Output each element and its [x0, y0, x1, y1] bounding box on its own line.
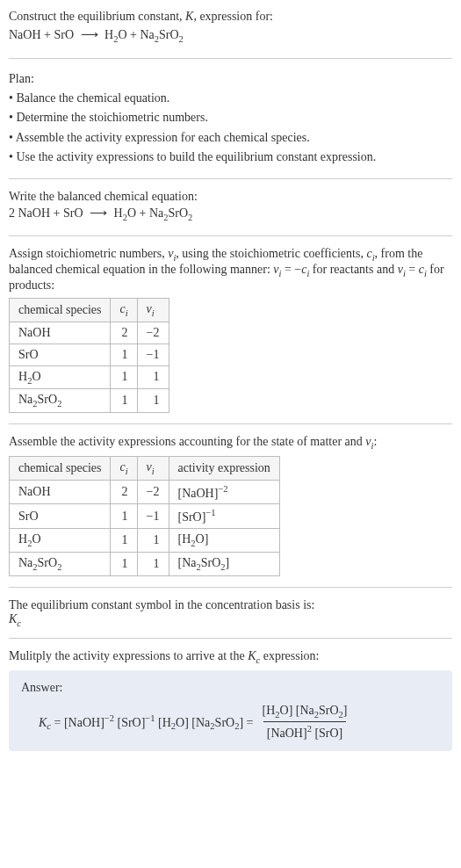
sup: −2 — [218, 484, 227, 494]
cell-nui: −1 — [137, 344, 169, 365]
sp: Na — [18, 393, 32, 406]
activity-text: Assemble the activity expressions accoun… — [9, 435, 365, 448]
multiply-block: Mulitply the activity expressions to arr… — [9, 649, 452, 665]
table-row: NaOH 2 −2 [NaOH]−2 — [10, 480, 280, 504]
term: SrO — [319, 704, 339, 717]
K-symbol: K — [248, 649, 256, 662]
cell-ci: 1 — [111, 529, 137, 553]
cell-species: SrO — [10, 344, 111, 365]
cell-ci: 1 — [111, 365, 137, 389]
cell-ci: 2 — [111, 480, 137, 504]
activity-block: Assemble the activity expressions accoun… — [9, 435, 452, 576]
cell-nui: −1 — [137, 504, 169, 529]
term: [H — [262, 704, 275, 717]
col-ci: ci — [111, 456, 137, 480]
species: Na — [149, 206, 163, 220]
sp: NaOH — [18, 326, 51, 339]
table-header-row: chemical species ci νi activity expressi… — [10, 456, 280, 480]
cell-nui: 1 — [137, 365, 169, 389]
intro-reaction: NaOH + SrO ⟶ H2O + Na2SrO2 — [9, 25, 452, 47]
cell-ci: 1 — [111, 389, 137, 413]
term: [SrO] — [117, 715, 145, 728]
term: [SrO] — [314, 727, 342, 740]
intro-text-after: , expression for: — [193, 10, 273, 23]
sp: SrO — [18, 348, 39, 361]
sp: H — [18, 370, 27, 383]
eq-sign: = — [243, 715, 253, 728]
plus: + — [127, 28, 140, 41]
cell-activity: [H2O] — [169, 529, 279, 553]
plan-item-4: • Use the activity expressions to build … — [9, 148, 452, 167]
table-row: SrO 1 −1 — [10, 344, 169, 365]
intro-K: K — [185, 10, 193, 23]
stoich-text: , using the stoichiometric coefficients, — [176, 247, 366, 260]
table-row: NaOH 2 −2 — [10, 322, 169, 344]
species: SrO — [169, 206, 189, 220]
plus: + — [50, 206, 63, 220]
term: SrO — [215, 715, 235, 728]
species: H — [114, 206, 123, 220]
arrow-icon: ⟶ — [90, 204, 107, 223]
table-row: Na2SrO2 1 1 — [10, 389, 169, 413]
product-1: H — [104, 28, 113, 41]
nu-sub: i — [152, 467, 155, 476]
table-header-row: chemical species ci νi — [10, 298, 169, 322]
cell-nui: 1 — [137, 552, 169, 575]
cell-ci: 1 — [111, 552, 137, 575]
reactant-1: NaOH — [9, 28, 41, 41]
numerator: [H2O] [Na2SrO2] — [258, 704, 350, 721]
denominator: [NaOH]2 [SrO] — [263, 721, 347, 741]
activity-table: chemical species ci νi activity expressi… — [9, 456, 280, 576]
activity-text: : — [373, 435, 377, 448]
term: O] — [280, 704, 293, 717]
act: O] — [196, 532, 209, 546]
term: ] — [343, 704, 348, 717]
term: O] — [176, 715, 189, 728]
cell-nui: −2 — [137, 322, 169, 344]
col-ci: ci — [111, 298, 137, 322]
plus: + — [41, 28, 54, 41]
cell-nui: 1 — [137, 529, 169, 553]
sp: NaOH — [18, 485, 51, 498]
product-2: Na — [140, 28, 154, 41]
nu-sub: i — [152, 308, 155, 318]
cell-species: NaOH — [10, 480, 111, 504]
divider — [9, 58, 452, 59]
cell-species: H2O — [10, 529, 111, 553]
cell-nui: −2 — [137, 480, 169, 504]
eq-sign: = − — [281, 263, 301, 276]
cell-species: SrO — [10, 504, 111, 529]
eq-sign: = — [406, 263, 419, 276]
sup: −2 — [104, 713, 114, 723]
K-symbol: K — [39, 715, 47, 728]
divider — [9, 638, 452, 639]
coef: 2 — [9, 206, 18, 220]
c-sub: i — [126, 308, 128, 318]
term: [H — [158, 715, 171, 728]
balanced-block: Write the balanced chemical equation: 2 … — [9, 190, 452, 226]
multiply-text: expression: — [260, 649, 319, 662]
symbol-text: The equilibrium constant symbol in the c… — [9, 598, 452, 612]
sp: SrO — [38, 393, 58, 406]
Kc-lhs: Kc = [NaOH]−2 [SrO]−1 [H2O] [Na2SrO2] = — [39, 713, 253, 731]
kc-symbol-line: Kc — [9, 612, 452, 628]
sp: H — [18, 532, 27, 546]
plan-item-1: • Balance the chemical equation. — [9, 89, 452, 108]
sp: O — [32, 532, 40, 546]
col-nui: νi — [137, 456, 169, 480]
cell-activity: [Na2SrO2] — [169, 552, 279, 575]
c-sub: i — [126, 467, 128, 476]
K-symbol: K — [9, 612, 17, 626]
sup: −1 — [145, 713, 155, 723]
cell-species: Na2SrO2 — [10, 389, 111, 413]
cell-nui: 1 — [137, 389, 169, 413]
stoich-text: Assign stoichiometric numbers, — [9, 247, 168, 260]
eq-sign: = — [51, 715, 64, 728]
table-row: Na2SrO2 1 1 [Na2SrO2] — [10, 552, 280, 575]
divider — [9, 178, 452, 179]
answer-formula: Kc = [NaOH]−2 [SrO]−1 [H2O] [Na2SrO2] = … — [21, 704, 440, 740]
cell-ci: 2 — [111, 322, 137, 344]
sub: 2 — [188, 212, 192, 221]
term: [NaOH] — [267, 727, 307, 740]
reactant-2: SrO — [54, 28, 74, 41]
